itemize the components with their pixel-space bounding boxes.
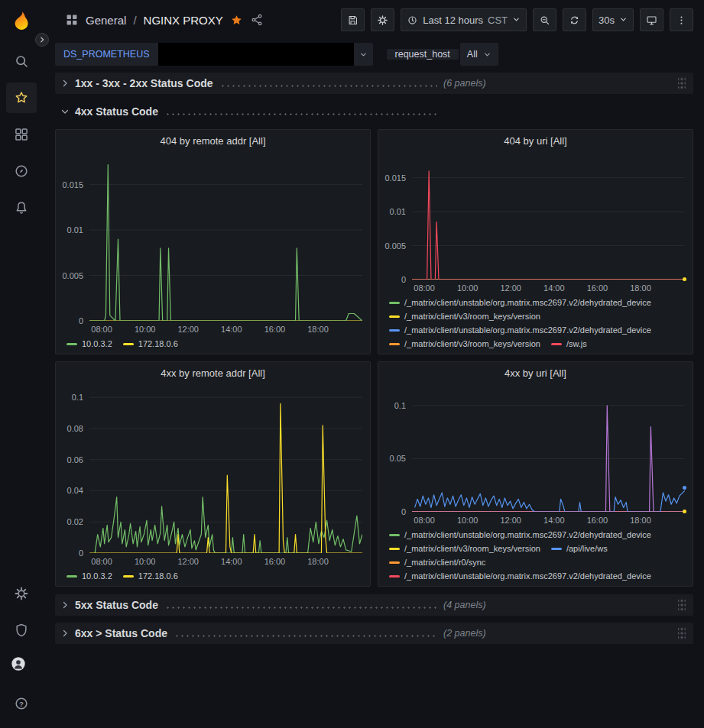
panel-title: 4xx by remote addr [All] (161, 367, 265, 379)
breadcrumb-folder[interactable]: General (86, 14, 126, 27)
row-header[interactable]: 5xx Status Code(4 panels) (55, 594, 693, 616)
panel-header[interactable]: 4xx by uri [All] (378, 362, 693, 383)
legend-series-marker (389, 561, 400, 564)
y-axis: 00.0050.010.015 (60, 157, 89, 321)
legend-series-label: /_matrix/client/r0/sync (404, 558, 485, 567)
plot-region[interactable] (89, 157, 362, 321)
legend-series-label: /_matrix/client/unstable/org.matrix.msc2… (404, 571, 651, 581)
legend-item[interactable]: /_matrix/client/unstable/org.matrix.msc2… (389, 325, 651, 335)
refresh-button[interactable] (563, 8, 586, 31)
legend-item[interactable]: /_matrix/client/unstable/org.matrix.msc2… (389, 298, 651, 307)
sidebar-expand-button[interactable] (35, 33, 49, 47)
legend-item[interactable]: 10.0.3.2 (67, 339, 112, 348)
legend-item[interactable]: /_matrix/client/r0/sync (389, 558, 485, 567)
plot-region[interactable] (89, 390, 362, 553)
legend-series-marker (389, 575, 400, 578)
time-zone-label: CST (488, 15, 508, 26)
x-axis-tick-label: 14:00 (543, 283, 565, 293)
dashboard-settings-button[interactable] (371, 8, 394, 31)
panel-header[interactable]: 4xx by remote addr [All] (56, 362, 370, 383)
y-axis-tick-label: 0.1 (72, 393, 83, 402)
row-header[interactable]: 1xx - 3xx - 2xx Status Code(6 panels) (55, 73, 693, 94)
y-axis-tick-label: 0.1 (394, 401, 406, 409)
legend-series-label: /_matrix/client/v3/room_keys/version (404, 312, 540, 321)
refresh-interval-dropdown[interactable]: 30s (592, 8, 634, 31)
datasource-variable-control[interactable]: DS_PROMETHEUS (55, 43, 373, 66)
tv-mode-button[interactable] (640, 8, 663, 31)
sidebar: ? (0, 0, 42, 728)
legend-item[interactable]: /_matrix/client/unstable/org.matrix.msc2… (389, 530, 651, 539)
y-axis-tick-label: 0.02 (67, 518, 83, 526)
server-admin-shield-icon[interactable] (6, 615, 37, 645)
x-axis-tick-label: 10:00 (135, 325, 156, 334)
legend-series-label: 172.18.0.6 (138, 339, 178, 348)
plot-region[interactable] (412, 390, 685, 512)
panel: 404 by uri [All]00.0050.010.01508:0010:0… (378, 129, 693, 354)
x-axis-tick-label: 12:00 (177, 557, 199, 566)
apps-grid-icon[interactable] (65, 13, 79, 27)
row-header-left: 5xx Status Code (72, 599, 443, 611)
zoom-out-button[interactable] (533, 8, 556, 31)
legend-series-label: 10.0.3.2 (82, 339, 112, 348)
y-axis-tick-label: 0 (79, 549, 83, 558)
legend-series-marker (389, 315, 400, 318)
help-question-icon[interactable]: ? (6, 688, 37, 719)
dashboard-canvas: 1xx - 3xx - 2xx Status Code(6 panels)4xx… (55, 73, 693, 651)
save-dashboard-button[interactable] (341, 8, 365, 31)
starred-star-icon[interactable] (6, 83, 37, 113)
y-axis: 00.050.1 (383, 390, 412, 512)
user-avatar[interactable] (6, 652, 37, 682)
row-drag-handle-icon[interactable] (678, 599, 686, 611)
row-drag-handle-icon[interactable] (678, 627, 686, 639)
legend-item[interactable]: /_matrix/client/v3/room_keys/version (389, 339, 540, 348)
legend-series-marker (123, 575, 134, 578)
row-header[interactable]: 6xx > Status Code(2 panels) (55, 623, 693, 644)
row-header[interactable]: 4xx Status Code (55, 101, 693, 122)
more-menu-kebab-button[interactable] (670, 8, 693, 31)
x-axis-tick-label: 12:00 (177, 325, 199, 334)
legend-series-label: /_matrix/client/unstable/org.matrix.msc2… (404, 298, 651, 307)
panel-legend: 10.0.3.2172.18.0.6 (56, 335, 370, 354)
legend-item[interactable]: /api/live/ws (551, 544, 608, 553)
legend-series-marker (389, 548, 400, 550)
favorite-star-icon[interactable] (230, 14, 243, 27)
alerting-bell-icon[interactable] (6, 193, 37, 223)
dashboard-submenu: DS_PROMETHEUS request_host All (42, 40, 704, 69)
legend-item[interactable]: 172.18.0.6 (123, 339, 178, 348)
dashboards-grid-icon[interactable] (6, 119, 37, 150)
search-icon[interactable] (6, 46, 37, 76)
explore-compass-icon[interactable] (6, 156, 37, 186)
panel-header[interactable]: 404 by uri [All] (378, 130, 693, 151)
breadcrumb-dashboard-title[interactable]: NGINX PROXY (144, 14, 223, 27)
datasource-variable-value[interactable] (158, 43, 354, 66)
request-host-dropdown[interactable]: All (460, 43, 498, 66)
legend-series-marker (389, 302, 400, 304)
panel-legend: /_matrix/client/unstable/org.matrix.msc2… (378, 294, 693, 354)
legend-item[interactable]: /sw.js (551, 339, 587, 348)
panel-legend: 10.0.3.2172.18.0.6 (56, 568, 370, 586)
legend-item[interactable]: /_matrix/client/unstable/org.matrix.msc2… (389, 571, 651, 581)
panel: 404 by remote addr [All]00.0050.010.0150… (55, 129, 371, 354)
y-axis: 00.0050.010.015 (383, 157, 412, 280)
panel-legend: /_matrix/client/unstable/org.matrix.msc2… (378, 526, 693, 586)
row-drag-handle-icon[interactable] (678, 77, 686, 89)
plot-region[interactable] (412, 157, 685, 280)
series-line (412, 171, 685, 280)
grafana-logo-icon[interactable] (10, 9, 33, 32)
legend-item[interactable]: /_matrix/client/v3/room_keys/version (389, 312, 540, 321)
x-axis-tick-label: 18:00 (307, 557, 329, 566)
configuration-gear-icon[interactable] (6, 578, 37, 609)
row-title: 6xx > Status Code (75, 627, 167, 639)
row-title: 1xx - 3xx - 2xx Status Code (75, 77, 213, 89)
x-axis-tick-label: 16:00 (264, 557, 286, 566)
time-range-picker[interactable]: Last 12 hours CST (401, 8, 527, 31)
legend-item[interactable]: 10.0.3.2 (67, 571, 112, 581)
share-icon[interactable] (250, 13, 264, 27)
chart-area: 00.050.1 (378, 383, 693, 512)
legend-item[interactable]: 172.18.0.6 (123, 571, 178, 581)
x-axis-tick-label: 18:00 (630, 516, 651, 525)
panel: 4xx by remote addr [All]00.020.040.060.0… (55, 361, 371, 587)
panel-header[interactable]: 404 by remote addr [All] (56, 130, 370, 151)
legend-item[interactable]: /_matrix/client/v3/room_keys/version (389, 544, 540, 553)
legend-series-label: /api/live/ws (566, 544, 608, 553)
